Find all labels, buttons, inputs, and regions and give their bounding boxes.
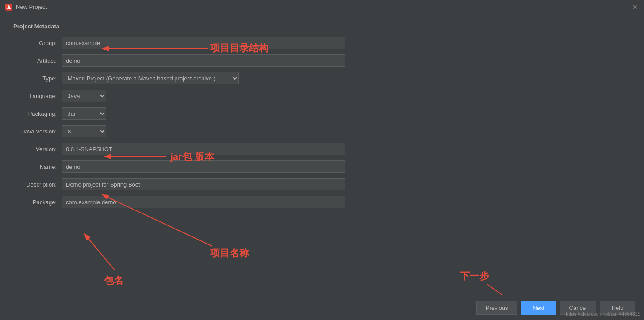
artifact-input[interactable] [62,54,345,67]
close-button[interactable]: ✕ [632,4,639,11]
svg-text:项目名称: 项目名称 [210,248,249,259]
packaging-label: Packaging: [13,110,62,117]
dialog-content: Project Metadata Group: Artifact: Type: … [0,14,644,295]
type-row: Type: Maven Project (Generate a Maven ba… [13,72,631,84]
svg-line-8 [84,233,115,270]
svg-line-10 [487,284,518,295]
group-input[interactable] [62,37,345,49]
packaging-select[interactable]: Jar War [62,107,106,120]
dialog-footer: Previous Next Cancel Help [0,295,644,320]
group-row: Group: [13,37,631,49]
java-version-label: Java Version: [13,128,62,135]
type-select[interactable]: Maven Project (Generate a Maven based pr… [62,72,239,84]
artifact-row: Artifact: [13,54,631,67]
type-label: Type: [13,75,62,82]
group-label: Group: [13,40,62,46]
new-project-dialog: New Project ✕ Project Metadata Group: Ar… [0,0,644,320]
name-row: Name: [13,160,631,173]
language-row: Language: Java Kotlin Groovy [13,90,631,102]
name-label: Name: [13,164,62,170]
svg-text:包名: 包名 [104,275,123,286]
package-label: Package: [13,199,62,206]
version-input[interactable] [62,143,345,155]
language-label: Language: [13,93,62,99]
dialog-title: New Project [16,4,632,10]
java-version-row: Java Version: 8 11 17 [13,125,631,137]
previous-button[interactable]: Previous [476,301,518,315]
app-icon [5,4,12,11]
watermark: https://blog.csdn.net/qq_44664329 [566,311,640,316]
description-row: Description: [13,178,631,190]
description-label: Description: [13,181,62,188]
version-label: Version: [13,146,62,152]
package-input[interactable] [62,196,345,208]
svg-text:下一步: 下一步 [460,270,490,282]
section-title: Project Metadata [13,23,631,30]
artifact-label: Artifact: [13,57,62,64]
version-row: Version: [13,143,631,155]
svg-marker-0 [7,5,11,9]
description-input[interactable] [62,178,345,190]
next-button[interactable]: Next [521,301,556,315]
name-input[interactable] [62,160,345,173]
packaging-row: Packaging: Jar War [13,107,631,120]
java-version-select[interactable]: 8 11 17 [62,125,106,137]
language-select[interactable]: Java Kotlin Groovy [62,90,106,102]
package-row: Package: [13,196,631,208]
title-bar: New Project ✕ [0,0,644,14]
